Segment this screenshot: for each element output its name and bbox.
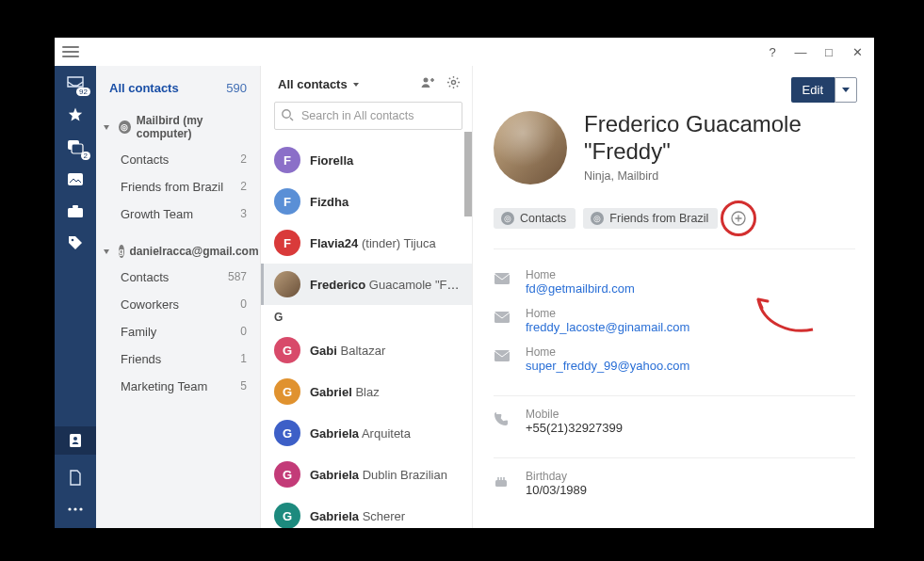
account-mailbird-header[interactable]: ◎ Mailbird (my computer) [96, 108, 260, 146]
svg-point-10 [79, 507, 82, 510]
account-name: Mailbird (my computer) [137, 114, 251, 140]
email-value[interactable]: freddy_lacoste@ginamail.com [526, 320, 689, 334]
folder-row[interactable]: Family0 [96, 318, 260, 345]
inbox-icon[interactable]: 92 [66, 73, 85, 92]
star-icon[interactable] [66, 105, 85, 124]
more-icon[interactable] [66, 500, 85, 519]
contact-row-name: Gabriel Blaz [310, 385, 461, 399]
contact-row-name: Gabi Baltazar [310, 344, 461, 358]
contact-row-name: Gabriela Dublin Brazilian [310, 468, 461, 482]
contact-row[interactable]: FFiorella [261, 139, 472, 181]
mail-icon [494, 268, 512, 288]
avatar-letter: G [274, 503, 300, 528]
briefcase-icon[interactable] [66, 201, 85, 220]
svg-rect-16 [494, 312, 510, 323]
account-gmail-header[interactable]: g danielracca@gmail.com [96, 239, 260, 264]
folder-label: Marketing Team [121, 379, 207, 393]
tags-row: ◎Contacts ◎Friends from Brazil [494, 205, 855, 232]
folder-label: Friends from Brazil [121, 180, 223, 194]
folder-count: 0 [240, 325, 247, 339]
search-input[interactable] [274, 102, 462, 130]
folder-label: Friends [121, 352, 161, 366]
folder-row[interactable]: Coworkers0 [96, 291, 260, 318]
gear-icon[interactable] [446, 75, 461, 92]
email-label: Home [526, 345, 689, 359]
search-wrap [274, 102, 462, 130]
maximize-button[interactable]: □ [821, 45, 836, 59]
contact-row[interactable]: GGabi Baltazar [261, 329, 472, 371]
contact-row-name: Fiorella [310, 153, 461, 168]
svg-point-13 [283, 110, 290, 118]
svg-rect-17 [494, 350, 510, 361]
tag-chip[interactable]: ◎Contacts [494, 208, 575, 229]
contacts-icon[interactable] [55, 426, 96, 455]
chats-icon[interactable]: 2 [66, 137, 85, 156]
main-area: 92 2 [55, 66, 874, 528]
folders-header-label: All contacts [109, 81, 179, 95]
email-row: Homefreddy_lacoste@ginamail.com [494, 301, 855, 340]
annotation-ring [721, 200, 756, 236]
contact-row-name: Fizdha [310, 195, 461, 209]
svg-point-9 [73, 507, 76, 510]
email-value[interactable]: fd@getmailbird.com [526, 281, 635, 296]
contact-row[interactable]: FFizdha [261, 181, 472, 222]
folder-row[interactable]: Marketing Team5 [96, 373, 260, 400]
window-controls: ? — □ ✕ [765, 45, 865, 59]
contact-row[interactable]: FFlavia24 (tinder) Tijuca [261, 222, 472, 264]
titlebar: ? — □ ✕ [55, 38, 874, 66]
folder-row[interactable]: Friends1 [96, 345, 260, 373]
avatar-letter: F [274, 230, 300, 256]
folder-count: 587 [228, 270, 247, 284]
add-tag-button[interactable] [725, 205, 752, 232]
tag-icon[interactable] [66, 233, 85, 252]
edit-button[interactable]: Edit [791, 77, 835, 103]
folder-count: 1 [240, 352, 247, 366]
help-button[interactable]: ? [765, 45, 780, 59]
birthday-label: Birthday [526, 470, 587, 483]
email-row: Homesuper_freddy_99@yahoo.com [494, 340, 855, 378]
contact-row-name: Flavia24 (tinder) Tijuca [310, 236, 461, 250]
contact-row[interactable]: GGabriel Blaz [261, 371, 472, 412]
edit-dropdown[interactable] [835, 77, 857, 103]
folder-row[interactable]: Contacts587 [96, 264, 260, 291]
contact-list-title[interactable]: All contacts [278, 77, 359, 91]
scrollbar-thumb[interactable] [464, 132, 472, 216]
folder-label: Contacts [121, 270, 169, 284]
contact-row[interactable]: GGabriela Arquiteta [261, 412, 472, 454]
tag-chip[interactable]: ◎Friends from Brazil [583, 208, 718, 229]
contact-row[interactable]: Frederico Guacamole "Fredd… [261, 264, 472, 305]
close-button[interactable]: ✕ [850, 45, 865, 59]
contact-row[interactable]: GGabriela Dublin Brazilian [261, 454, 472, 495]
hamburger-menu[interactable] [62, 46, 79, 57]
chevron-down-icon [104, 249, 109, 254]
folders-header-count: 590 [226, 81, 247, 95]
divider [494, 248, 855, 249]
folders-header[interactable]: All contacts 590 [96, 68, 260, 108]
minimize-button[interactable]: — [793, 45, 808, 59]
photos-icon[interactable] [66, 169, 85, 188]
tag-icon: ◎ [591, 212, 604, 225]
avatar-letter: G [274, 420, 300, 446]
folder-label: Growth Team [121, 207, 193, 221]
folder-count: 3 [240, 207, 247, 221]
folder-count: 5 [240, 379, 247, 393]
contact-row-name: Frederico Guacamole "Fredd… [310, 278, 461, 292]
chevron-down-icon [104, 125, 109, 130]
contact-row[interactable]: GGabriela Scherer [261, 495, 472, 528]
avatar-letter: G [274, 461, 300, 488]
svg-rect-3 [68, 208, 83, 217]
birthday-row: Birthday10/03/1989 [494, 458, 855, 503]
document-icon[interactable] [66, 468, 85, 487]
folder-row[interactable]: Growth Team3 [96, 200, 260, 228]
folders-pane: All contacts 590 ◎ Mailbird (my computer… [96, 66, 261, 528]
add-contact-icon[interactable] [420, 75, 437, 92]
birthday-icon [494, 470, 512, 491]
folder-row[interactable]: Contacts2 [96, 146, 260, 173]
svg-rect-15 [494, 273, 510, 284]
email-value[interactable]: super_freddy_99@yahoo.com [526, 359, 689, 373]
search-icon [281, 108, 294, 121]
contact-list[interactable]: FFiorellaFFizdhaFFlavia24 (tinder) Tijuc… [261, 139, 472, 528]
svg-rect-4 [73, 205, 78, 208]
folder-row[interactable]: Friends from Brazil2 [96, 173, 260, 200]
phone-value: +55(21)32927399 [526, 421, 623, 435]
